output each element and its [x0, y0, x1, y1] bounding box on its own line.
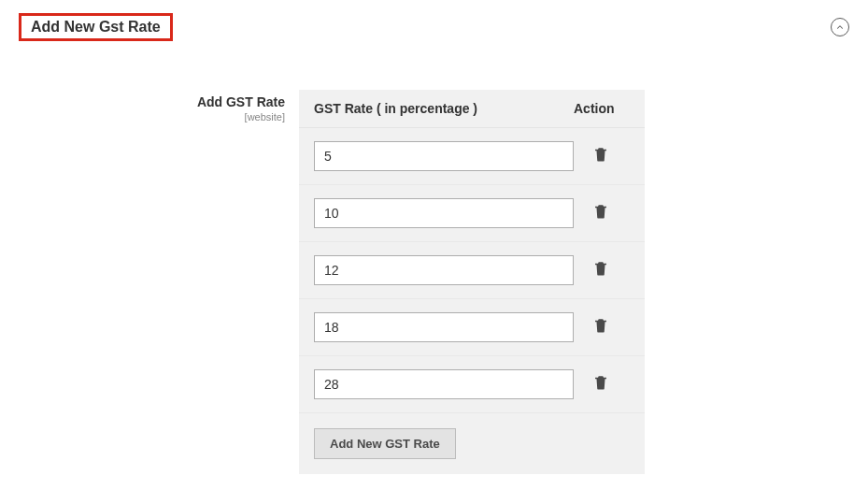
action-cell — [574, 202, 630, 224]
action-cell — [574, 373, 630, 396]
gst-rate-input[interactable] — [314, 198, 574, 228]
trash-icon[interactable] — [592, 373, 609, 392]
trash-icon[interactable] — [592, 316, 609, 335]
collapse-toggle[interactable] — [831, 18, 849, 36]
table-row — [299, 299, 645, 356]
trash-icon[interactable] — [592, 202, 609, 221]
chevron-up-icon — [835, 22, 845, 32]
panel-header: Add New Gst Rate — [0, 0, 868, 54]
action-cell — [574, 316, 630, 338]
gst-rate-input[interactable] — [314, 141, 574, 171]
table-row — [299, 356, 645, 413]
trash-icon[interactable] — [592, 259, 609, 278]
column-header-rate: GST Rate ( in percentage ) — [314, 101, 574, 116]
gst-rate-input[interactable] — [314, 369, 574, 399]
action-cell — [574, 145, 630, 167]
table-row — [299, 242, 645, 299]
page-title: Add New Gst Rate — [31, 19, 161, 36]
page-title-highlight-box: Add New Gst Rate — [19, 13, 173, 41]
table-footer: Add New GST Rate — [299, 413, 645, 474]
content-row: Add GST Rate [website] GST Rate ( in per… — [0, 54, 868, 474]
trash-icon[interactable] — [592, 145, 609, 164]
gst-rate-table: GST Rate ( in percentage ) Action — [299, 90, 645, 474]
gst-rate-input[interactable] — [314, 312, 574, 342]
field-label: Add GST Rate — [19, 94, 285, 109]
label-column: Add GST Rate [website] — [19, 90, 299, 474]
table-row — [299, 128, 645, 185]
gst-rate-input[interactable] — [314, 255, 574, 285]
table-row — [299, 185, 645, 242]
column-header-action: Action — [574, 101, 630, 116]
add-gst-rate-button[interactable]: Add New GST Rate — [314, 428, 456, 459]
action-cell — [574, 259, 630, 281]
field-scope: [website] — [19, 111, 285, 122]
table-header: GST Rate ( in percentage ) Action — [299, 90, 645, 128]
